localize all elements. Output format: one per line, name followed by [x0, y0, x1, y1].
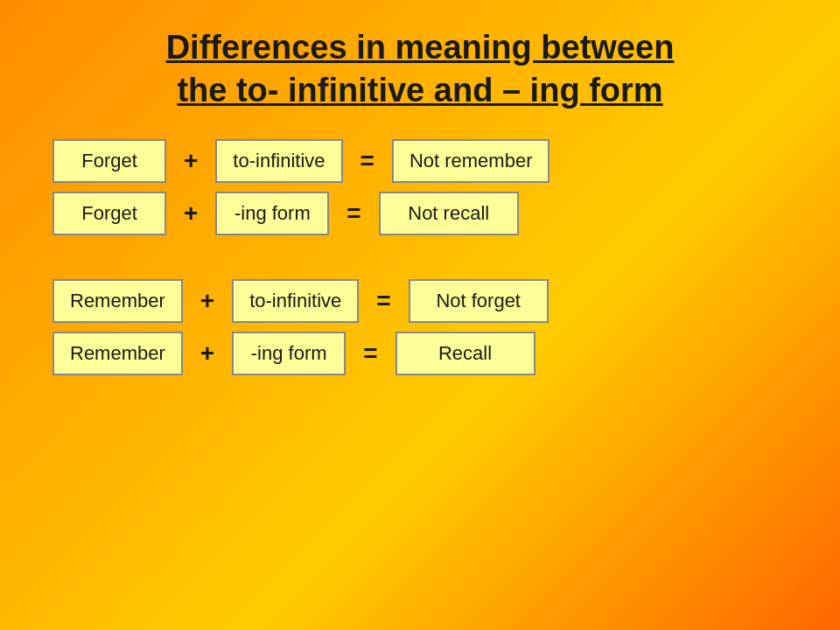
result-box-4: Recall: [396, 332, 536, 375]
row-remember-infinitive: Remember + to-infinitive = Not forget: [52, 279, 788, 323]
result-box-1: Not remember: [392, 139, 550, 183]
operator-1: +: [166, 147, 215, 175]
title-line1: Differences in meaning between: [166, 29, 675, 66]
result-box-2: Not recall: [379, 192, 519, 235]
verb-box-2: Forget: [52, 192, 166, 235]
verb-box-1: Forget: [52, 139, 166, 183]
row-forget-ing: Forget + -ing form = Not recall: [52, 192, 788, 235]
form-box-3: to-infinitive: [232, 279, 359, 323]
form-box-1: to-infinitive: [215, 139, 342, 183]
equals-4: =: [346, 340, 395, 368]
equals-2: =: [329, 200, 378, 228]
operator-4: +: [183, 340, 232, 368]
equals-3: =: [359, 287, 408, 315]
form-box-2: -ing form: [215, 192, 329, 235]
row-forget-infinitive: Forget + to-infinitive = Not remember: [52, 139, 788, 183]
form-box-4: -ing form: [232, 332, 346, 375]
title-block: Differences in meaning between the to- i…: [114, 26, 727, 113]
verb-box-3: Remember: [52, 279, 183, 323]
result-box-3: Not forget: [409, 279, 549, 323]
equals-1: =: [343, 147, 392, 175]
verb-box-4: Remember: [52, 332, 183, 375]
row-remember-ing: Remember + -ing form = Recall: [52, 332, 788, 375]
operator-3: +: [183, 287, 232, 315]
title-line2: the to- infinitive and – ing form: [177, 72, 662, 108]
content-area: Forget + to-infinitive = Not remember Fo…: [0, 139, 840, 384]
operator-2: +: [166, 200, 215, 228]
